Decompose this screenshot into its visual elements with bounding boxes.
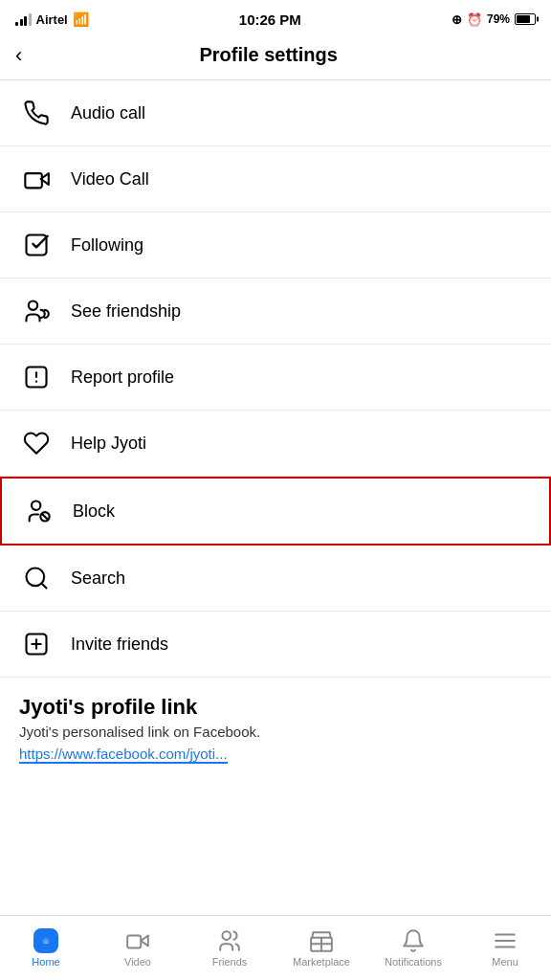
search-label: Search [71,568,125,589]
menu-item-following[interactable]: Following [0,212,551,278]
marketplace-nav-icon [309,928,334,953]
nav-item-notifications[interactable]: Notifications [367,916,459,980]
nav-item-menu[interactable]: Menu [459,916,551,980]
header: ‹ Profile settings [0,34,551,80]
nav-notifications-label: Notifications [385,956,442,968]
audio-call-label: Audio call [71,103,145,123]
menu-list: Audio call Video Call Following See fri [0,80,551,678]
back-button[interactable]: ‹ [15,45,22,66]
bell-nav-icon [401,928,426,953]
invite-icon [19,627,54,661]
home-icon [33,928,58,953]
time-display: 10:26 PM [239,11,301,28]
profile-link-title: Jyoti's profile link [19,695,532,720]
nav-friends-label: Friends [212,956,248,968]
menu-item-report-profile[interactable]: Report profile [0,345,551,411]
page-title: Profile settings [37,44,499,66]
block-icon [21,494,55,528]
nav-marketplace-label: Marketplace [293,956,350,968]
svg-rect-2 [27,235,47,256]
see-friendship-label: See friendship [71,301,181,322]
svg-line-9 [42,514,48,520]
menu-item-audio-call[interactable]: Audio call [0,80,551,146]
friendship-icon [19,294,54,328]
nav-item-marketplace[interactable]: Marketplace [276,916,367,980]
wifi-icon: 📶 [73,11,89,27]
profile-link-url[interactable]: https://www.facebook.com/jyoti... [19,746,228,764]
svg-point-17 [222,931,231,940]
nav-menu-label: Menu [492,956,518,968]
svg-line-11 [41,583,46,588]
video-nav-icon [125,928,150,953]
nav-item-home[interactable]: Home [0,916,92,980]
menu-item-see-friendship[interactable]: See friendship [0,278,551,345]
following-icon [19,228,54,262]
svg-point-7 [32,501,40,510]
help-jyoti-label: Help Jyoti [71,434,146,454]
menu-item-invite-friends[interactable]: Invite friends [0,612,551,678]
video-call-label: Video Call [71,169,149,189]
signal-icon [15,12,32,26]
clock-icon: ⏰ [467,12,482,27]
video-icon [19,162,54,196]
following-label: Following [71,235,143,256]
menu-nav-icon [493,928,518,953]
status-bar: Airtel 📶 10:26 PM ⊕ ⏰ 79% [0,0,551,34]
alarm-icon: ⊕ [452,12,462,27]
report-profile-label: Report profile [71,368,174,388]
friends-nav-icon [217,928,242,953]
nav-home-label: Home [32,956,59,968]
nav-item-video[interactable]: Video [92,916,184,980]
profile-section: Jyoti's profile link Jyoti's personalise… [0,678,551,775]
nav-video-label: Video [124,956,151,968]
phone-icon [19,96,54,130]
bottom-navigation: Home Video Friends Marketplace Notificat… [0,915,551,980]
battery-icon [515,13,536,25]
invite-friends-label: Invite friends [71,635,168,655]
battery-percent: 79% [487,12,510,26]
svg-rect-0 [25,173,42,188]
menu-item-help-jyoti[interactable]: Help Jyoti [0,411,551,477]
svg-rect-15 [127,936,141,948]
report-icon [19,360,54,394]
profile-link-subtitle: Jyoti's personalised link on Facebook. [19,724,532,740]
svg-marker-16 [141,936,148,947]
svg-point-3 [29,301,37,310]
menu-item-search[interactable]: Search [0,546,551,612]
menu-item-video-call[interactable]: Video Call [0,146,551,212]
heart-icon [19,426,54,460]
block-label: Block [73,501,115,522]
search-icon [19,561,54,595]
carrier-label: Airtel [36,12,68,27]
nav-item-friends[interactable]: Friends [184,916,276,980]
menu-item-block[interactable]: Block [0,477,551,546]
